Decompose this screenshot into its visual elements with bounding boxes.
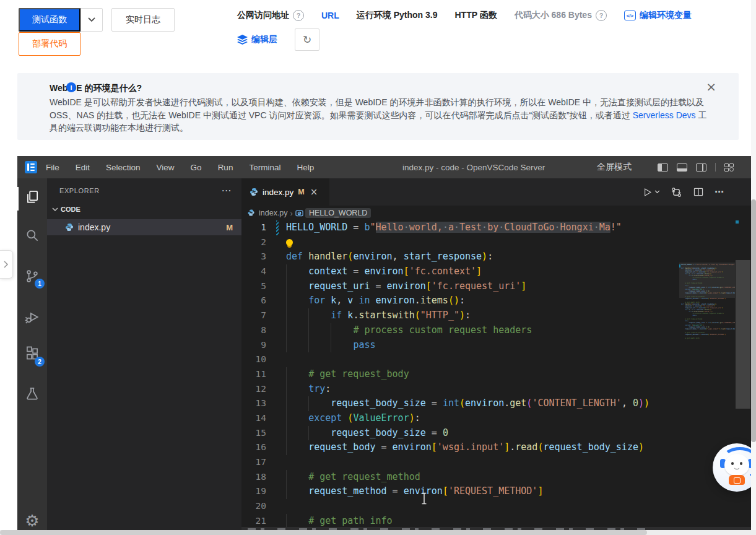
code-editor[interactable]: 1HELLO_WORLD = b"Hello·world,·a·Test·by·… [241,220,751,535]
code-line-14[interactable]: 14 except (ValueError): [241,411,751,426]
code-line-7[interactable]: 7 if k.startswith("HTTP_"): [241,308,751,323]
code-line-20[interactable]: 20 [241,499,751,514]
line-number: 4 [241,264,266,279]
code-line-21[interactable]: 21 # get path info [241,514,751,529]
line-number: 17 [241,455,266,470]
run-debug-icon[interactable] [17,303,47,331]
file-name: index.py [78,222,110,232]
question-circle-icon[interactable]: ? [596,10,607,21]
menu-item-go[interactable]: Go [191,163,202,172]
webide-window: FileEditSelectionViewGoRunTerminalHelp i… [17,156,751,535]
customer-service-widget[interactable] [713,443,756,492]
banner-text: WebIDE 是可以帮助开发者快速进行代码测试，以及项目构建、依赖安装，但是 W… [50,97,704,120]
code-line-1[interactable]: 1HELLO_WORLD = b"Hello·world,·a·Test·by·… [241,220,751,235]
test-function-button[interactable]: 测试函数 [19,8,80,32]
code-line-9[interactable]: 9 pass [241,338,751,353]
menu-item-help[interactable]: Help [297,163,314,172]
editor-scrollbar[interactable] [735,263,751,535]
line-number: 18 [241,470,266,485]
toggle-panel-icon[interactable] [677,163,687,172]
code-section-label: CODE [61,206,80,213]
menu-item-edit[interactable]: Edit [76,163,90,172]
split-editor-icon[interactable] [693,186,704,198]
tab-indexpy[interactable]: index.py M × [241,178,330,206]
breadcrumb-symbol[interactable]: HELLO_WORLD [305,208,371,218]
git-modified-badge: M [226,223,233,232]
url-link[interactable]: URL [321,11,339,20]
realtime-logs-button[interactable]: 实时日志 [111,8,175,32]
explorer-icon[interactable] [17,183,47,211]
edit-env-vars-link[interactable]: 编辑环境变量 [640,10,692,21]
line-number: 14 [241,411,266,426]
code-line-8[interactable]: 8 # process custom request headers [241,323,751,338]
line-number: 3 [241,250,266,264]
page: 测试函数 实时日志 部署代码 公网访问地址 ? URL 运行环境 Python … [0,0,756,535]
more-actions-icon[interactable]: ⋯ [221,188,232,193]
fullscreen-mode-label[interactable]: 全屏模式 [597,156,632,178]
code-line-13[interactable]: 13 request_body_size = int(environ.get('… [241,396,751,411]
code-line-19[interactable]: 19 request_method = environ['REQUEST_MET… [241,484,751,499]
menu-item-run[interactable]: Run [218,163,233,172]
code-line-4[interactable]: 4 context = environ['fc.context'] [241,264,751,279]
line-number: 12 [241,382,266,397]
scm-badge: 1 [35,279,45,289]
page-horizontal-scrollbar[interactable] [0,530,756,535]
line-number: 19 [241,484,266,499]
menu-item-file[interactable]: File [46,163,59,172]
menu-item-view[interactable]: View [157,163,175,172]
code-line-2[interactable]: 2 [241,235,751,250]
mascot-eye [740,462,742,465]
code-line-11[interactable]: 11 # get request_body [241,367,751,382]
explorer-sidebar: EXPLORER ⋯ CODE index.py M [47,178,241,535]
code-section-header[interactable]: CODE [47,202,241,216]
page-vertical-scrollbar-thumb[interactable] [751,199,756,442]
activity-bar: 1 2 ⚙ [17,178,47,535]
menu-item-selection[interactable]: Selection [106,163,141,172]
code-line-18[interactable]: 18 # get request_method [241,470,751,485]
close-icon[interactable]: × [310,186,318,198]
chevron-down-icon [52,207,58,212]
code-line-10[interactable]: 10 [241,352,751,367]
test-function-dropdown[interactable] [80,8,103,32]
open-changes-icon[interactable] [671,186,682,198]
source-control-icon[interactable]: 1 [17,263,47,290]
extensions-icon[interactable]: 2 [17,341,47,368]
code-line-16[interactable]: 16 request_body = environ['wsgi.input'].… [241,440,751,455]
customize-layout-icon[interactable] [724,163,734,172]
info-icon: i [66,82,76,92]
run-python-file-button[interactable] [642,187,660,198]
panel-expand-handle[interactable] [0,250,13,279]
code-line-3[interactable]: 3def handler(environ, start_response): [241,250,751,264]
toggle-secondary-sidebar-icon[interactable] [696,163,706,172]
page-horizontal-scrollbar-thumb[interactable] [0,530,647,535]
code-line-15[interactable]: 15 request_body_size = 0 [241,426,751,441]
more-actions-icon[interactable]: ⋯ [715,186,725,198]
python-icon [248,209,256,217]
code-line-17[interactable]: 17 [241,455,751,470]
layer-row: 编辑层 ↻ [237,28,319,51]
page-vertical-scrollbar[interactable] [751,0,756,535]
deploy-code-button[interactable]: 部署代码 [19,32,80,56]
menu-item-terminal[interactable]: Terminal [249,163,280,172]
settings-gear-icon[interactable]: ⚙ [17,511,47,533]
line-number: 7 [241,308,266,323]
question-circle-icon[interactable]: ? [293,10,304,21]
code-line-6[interactable]: 6 for k, v in environ.items(): [241,294,751,308]
toggle-sidebar-icon[interactable] [658,163,668,172]
file-item-indexpy[interactable]: index.py M [47,219,241,235]
breadcrumb-file[interactable]: index.py [259,209,288,217]
code-line-5[interactable]: 5 request_uri = environ['fc.request_uri'… [241,279,751,294]
menubar: FileEditSelectionViewGoRunTerminalHelp [46,163,314,172]
code-line-12[interactable]: 12 try: [241,382,751,397]
refresh-button[interactable]: ↻ [295,28,319,51]
serverless-devs-link[interactable]: Serverless Devs [633,110,696,120]
search-icon[interactable] [17,222,47,249]
chevron-right-icon [4,261,9,268]
banner-close-icon[interactable]: × [706,82,716,92]
edit-layer-link[interactable]: 编辑层 [251,34,277,45]
minimap[interactable]: HELLO_WORLD = b"Hello world, a Test by C… [679,263,735,535]
lightbulb-icon[interactable] [286,239,293,246]
editor-scrollbar-thumb[interactable] [736,260,750,409]
banner-body: WebIDE 是可以帮助开发者快速进行代码测试，以及项目构建、依赖安装，但是 W… [50,96,711,134]
testing-icon[interactable] [17,380,47,407]
